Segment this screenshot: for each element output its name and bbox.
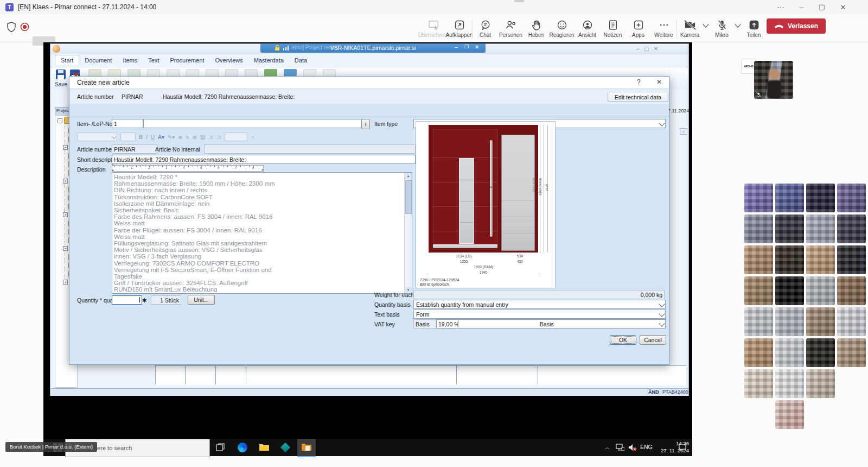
font-family-select[interactable] <box>77 132 117 141</box>
participant-tile[interactable] <box>744 276 773 305</box>
participant-tile[interactable] <box>775 307 804 336</box>
quantity-basis-select[interactable]: Establish quantity from manual entry <box>413 300 666 309</box>
toolbar-item-heben[interactable]: Heben <box>524 15 549 42</box>
edit-technical-data-button[interactable]: Edit technical data <box>608 92 668 102</box>
align-center-button[interactable]: ≡ <box>186 134 189 140</box>
participant-tile[interactable] <box>775 214 804 243</box>
font-color-button[interactable]: A▾ <box>158 134 164 140</box>
italic-button[interactable]: I <box>146 134 148 140</box>
participant-tile[interactable] <box>837 184 866 212</box>
ok-button[interactable]: OK <box>610 335 636 345</box>
participant-tile[interactable] <box>806 338 835 367</box>
align-left-button[interactable]: ≣ <box>178 134 182 140</box>
ribbon-tab-items[interactable]: Items <box>117 55 143 65</box>
short-description-input[interactable]: Haustür Modell: 7290 Rahmenaussenmasse: … <box>112 155 416 164</box>
app-window-controls[interactable]: – ▢ ✕ <box>636 46 658 52</box>
chevron-down-icon[interactable] <box>735 21 741 27</box>
dialog-close-icon[interactable]: ✕ <box>656 78 662 86</box>
ribbon-tab-data[interactable]: Data <box>289 55 312 65</box>
participant-tile[interactable] <box>837 245 866 274</box>
connection-close-icon[interactable]: ✕ <box>475 44 479 50</box>
font-size-select[interactable] <box>120 132 136 141</box>
description-textarea[interactable]: Haustür Modell: 7290 * Rahmenaussenmasse… <box>112 172 412 294</box>
toolbar-item-ansicht[interactable]: Ansicht <box>575 15 600 42</box>
klaes-taskbar-button[interactable] <box>297 439 316 457</box>
participant-tile[interactable] <box>837 307 866 336</box>
volume-muted-icon[interactable] <box>628 444 637 451</box>
underline-button[interactable]: U <box>151 134 155 140</box>
participant-tile[interactable] <box>775 369 804 398</box>
participant-tile[interactable] <box>775 338 804 367</box>
participant-tile[interactable] <box>806 245 835 274</box>
participant-tile[interactable] <box>744 369 773 398</box>
bullet-list-button[interactable]: ⁝≡ <box>208 134 213 140</box>
presenter-video-tile[interactable] <box>754 61 793 99</box>
quantity-input[interactable] <box>112 295 142 305</box>
toolbar-item-reagieren[interactable]: Reagieren <box>549 15 575 42</box>
item-description-input[interactable] <box>143 119 363 128</box>
highlight-button[interactable]: ✎▾ <box>168 134 175 140</box>
search-icon[interactable]: ○ <box>251 134 254 140</box>
participant-tile[interactable] <box>775 276 804 305</box>
participant-tile[interactable] <box>744 338 773 367</box>
participant-tile[interactable] <box>744 307 773 336</box>
toolbar-item-aufklappen[interactable]: Aufklappen <box>446 15 472 42</box>
toolbar-item-mikro[interactable]: Mikro <box>709 15 735 42</box>
participant-tile[interactable] <box>837 214 866 243</box>
scrollbar-thumb[interactable] <box>405 180 412 214</box>
connection-restore-icon[interactable]: ❐ <box>464 44 469 49</box>
unit-button[interactable]: Unit... <box>188 295 215 305</box>
participant-tile[interactable] <box>775 400 804 429</box>
tray-expand-icon[interactable]: ︿ <box>605 444 610 451</box>
minimize-button[interactable]: – <box>792 0 810 15</box>
dialog-help-icon[interactable]: ? <box>637 78 641 86</box>
bold-button[interactable]: B <box>139 134 143 140</box>
network-icon[interactable] <box>616 444 624 451</box>
toolbar-item-notizen[interactable]: Notizen <box>600 15 626 42</box>
participant-tile[interactable] <box>744 214 773 243</box>
style-select[interactable] <box>225 132 247 141</box>
participant-tile[interactable] <box>837 338 866 367</box>
align-right-button[interactable]: ≣ <box>193 134 197 140</box>
ruler[interactable]: 12345678▼▲▲ <box>112 165 264 172</box>
participant-tile[interactable] <box>806 214 835 243</box>
save-icon[interactable] <box>55 68 67 80</box>
action-center-icon[interactable] <box>678 443 687 451</box>
textarea-scrollbar[interactable]: ▲ ▼ <box>404 173 412 293</box>
ribbon-tab-masterdata[interactable]: Masterdata <box>248 55 289 65</box>
leave-button[interactable]: Verlassen <box>767 18 826 34</box>
language-indicator[interactable]: ENG <box>640 444 653 450</box>
ribbon-tab-document[interactable]: Document <box>79 55 117 65</box>
participant-tile[interactable] <box>744 245 773 274</box>
toolbar-item-chat[interactable]: Chat <box>473 15 498 42</box>
text-basis-select[interactable]: Form <box>413 310 666 319</box>
toolbar-item-teilen[interactable]: Teilen <box>741 15 767 42</box>
toolbar-item-weitere[interactable]: Weitere <box>651 15 676 42</box>
edge-browser-icon[interactable] <box>238 443 247 452</box>
participant-tile[interactable] <box>806 276 835 305</box>
ribbon-tab-overviews[interactable]: Overviews <box>209 55 248 65</box>
participant-tile[interactable] <box>806 369 835 398</box>
participant-tile[interactable] <box>775 245 804 274</box>
scroll-up-icon[interactable]: ▲ <box>405 173 412 179</box>
toolbar-item-apps[interactable]: Apps <box>626 15 651 42</box>
ribbon-tab-text[interactable]: Text <box>143 55 164 65</box>
vat-value-select[interactable]: Basis <box>458 319 666 329</box>
participant-tile[interactable] <box>775 184 804 212</box>
ribbon-tab-procurement[interactable]: Procurement <box>164 55 209 65</box>
toolbar-item-kamera[interactable]: Kamera <box>677 15 703 42</box>
maximize-button[interactable]: ▢ <box>813 0 831 14</box>
chevron-down-icon[interactable] <box>703 21 709 27</box>
app-icon-teal[interactable] <box>280 443 290 452</box>
ribbon-tab-start[interactable]: Start <box>55 55 79 65</box>
participant-tile[interactable] <box>806 307 835 336</box>
titlebar-more-icon[interactable]: ⋯ <box>771 0 790 15</box>
participant-tile[interactable] <box>806 184 835 212</box>
close-button[interactable]: ✕ <box>834 0 852 15</box>
panel-collapse-button[interactable]: ⌄ <box>680 128 687 135</box>
toolbar-item-personen[interactable]: Personen <box>498 15 524 42</box>
item-no-input[interactable]: 1 <box>112 119 143 128</box>
text-tool-button[interactable]: I <box>361 119 370 129</box>
cancel-button[interactable]: Cancel <box>640 335 666 345</box>
justify-button[interactable]: ▤ <box>200 134 205 140</box>
